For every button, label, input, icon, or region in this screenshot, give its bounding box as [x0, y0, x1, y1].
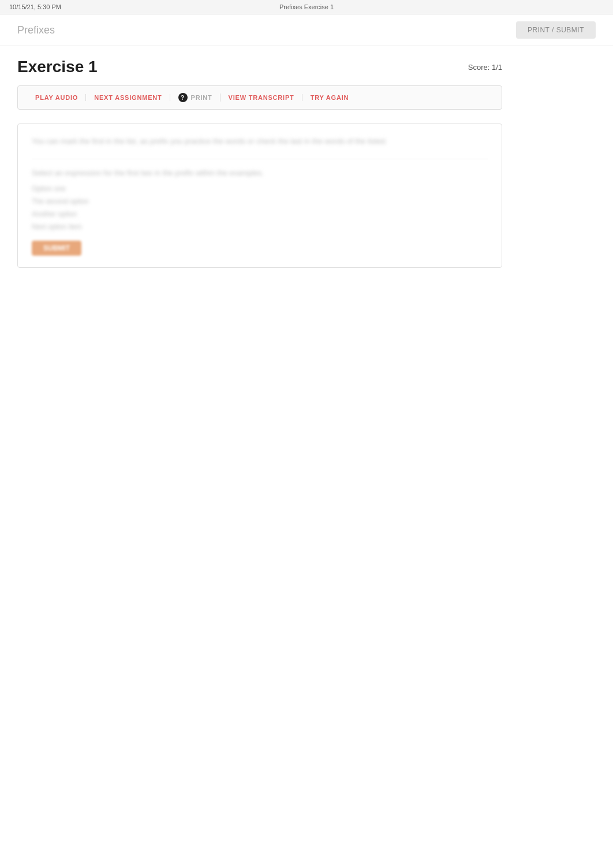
answer-option-3: Another option — [32, 209, 488, 219]
score-display: Score: 1/1 — [468, 63, 502, 72]
next-assignment-button[interactable]: NEXT ASSIGNMENT — [86, 92, 170, 103]
exercise-title: Exercise 1 — [17, 58, 98, 76]
question-box: You can mark the first in the list, as p… — [17, 124, 502, 268]
exercise-toolbar: PLAY AUDIO NEXT ASSIGNMENT ? PRINT VIEW … — [17, 85, 502, 110]
main-content: Exercise 1 Score: 1/1 PLAY AUDIO NEXT AS… — [0, 46, 519, 279]
submit-button[interactable]: SUBMIT — [32, 241, 81, 256]
play-audio-button[interactable]: PLAY AUDIO — [27, 92, 86, 103]
sub-question-text: Select an expression for the first two i… — [32, 169, 488, 177]
question-text: You can mark the first in the list, as p… — [32, 136, 488, 147]
browser-timestamp: 10/15/21, 5:30 PM — [9, 3, 61, 10]
answer-option-1: Option one — [32, 184, 488, 193]
browser-page-title: Prefixes Exercise 1 — [279, 3, 334, 10]
exercise-header: Exercise 1 Score: 1/1 — [17, 58, 502, 76]
print-info-icon: ? — [178, 93, 188, 102]
header-logo: Prefixes — [17, 24, 55, 36]
view-transcript-button[interactable]: VIEW TRANSCRIPT — [220, 92, 302, 103]
divider — [32, 159, 488, 159]
browser-bar: 10/15/21, 5:30 PM Prefixes Exercise 1 — [0, 0, 613, 14]
print-button[interactable]: ? PRINT — [170, 91, 220, 104]
answer-option-4: Next option item — [32, 222, 488, 231]
answer-options: Option one The second option Another opt… — [32, 184, 488, 231]
app-header: Prefixes PRINT / SUBMIT — [0, 14, 613, 46]
answer-option-2: The second option — [32, 197, 488, 206]
try-again-button[interactable]: TRY AGAIN — [302, 92, 357, 103]
print-submit-button[interactable]: PRINT / SUBMIT — [516, 21, 596, 39]
